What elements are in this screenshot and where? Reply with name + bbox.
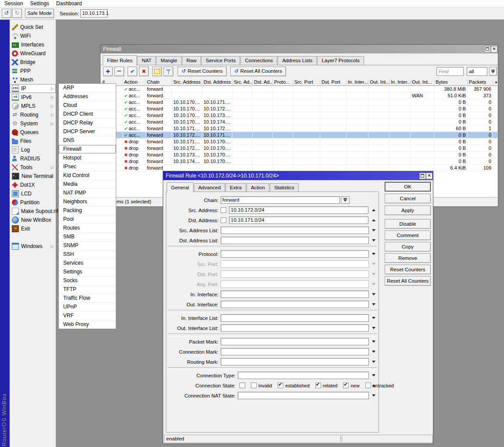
menu-dashboard[interactable]: Dashboard — [53, 0, 86, 7]
ip-menu-item-packing[interactable]: Packing — [59, 206, 116, 215]
dropdown-arrow-icon[interactable] — [372, 293, 375, 295]
sidebar-item-ip[interactable]: IP▷ — [10, 84, 56, 93]
sidebar-item-mesh[interactable]: Mesh — [10, 75, 56, 84]
sidebar-item-partition[interactable]: Partition — [10, 198, 56, 207]
ip-menu-item-firewall[interactable]: Firewall — [59, 145, 116, 154]
column-header-src-address[interactable]: Src. Address — [172, 79, 202, 86]
ip-menu-item-socks[interactable]: Socks — [59, 277, 116, 285]
filter-select[interactable]: all — [467, 67, 487, 76]
field-dropdown[interactable] — [221, 237, 369, 244]
field-dropdown[interactable] — [221, 227, 369, 234]
sidebar-item-quick-set[interactable]: Quick Set — [10, 23, 56, 32]
checkbox-established[interactable] — [278, 383, 283, 388]
dropdown-arrow-icon[interactable] — [372, 303, 375, 305]
ip-menu-item-upnp[interactable]: UPnP — [59, 303, 116, 312]
sidebar-item-new-terminal[interactable]: New Terminal — [10, 172, 56, 181]
column-header-action[interactable]: Action — [123, 79, 146, 86]
column-header-dst-port[interactable]: Dst. Port — [320, 79, 347, 86]
ip-menu-item-kid-control[interactable]: Kid Control — [59, 171, 116, 180]
ip-menu-item-nat-pmp[interactable]: NAT PMP — [59, 189, 116, 198]
dialog-tab-statistics[interactable]: Statistics — [270, 183, 299, 192]
ip-menu-item-ipsec[interactable]: IPsec — [59, 163, 116, 171]
column-header-proto[interactable]: Proto... — [273, 79, 293, 86]
maximize-icon[interactable] — [419, 173, 426, 179]
table-row[interactable]: ✔acc...forward10.10.170....10.10.173....… — [101, 112, 497, 119]
tab-connections[interactable]: Connections — [240, 56, 277, 65]
sidebar-item-radius[interactable]: RADIUS — [10, 154, 56, 163]
dropdown-arrow-icon[interactable] — [372, 394, 375, 397]
table-row[interactable]: ✖dropforward6.4 KiB109 — [101, 165, 497, 171]
ok-button[interactable]: OK — [385, 182, 431, 192]
table-row[interactable]: ✔acc...forward10.10.170....10.10.172....… — [101, 106, 497, 112]
field-input[interactable]: 10.10.171.0/24 — [229, 216, 368, 224]
session-input[interactable]: 10.10.173.1 — [80, 9, 107, 18]
field-input[interactable]: 10.10.172.0/24 — [229, 206, 368, 214]
column-header-in-inter[interactable]: In. Inter... — [347, 79, 368, 86]
ip-menu-item-dhcp-client[interactable]: DHCP Client — [59, 110, 116, 119]
column-header-chain[interactable]: Chain — [146, 79, 172, 86]
column-header-out-int[interactable]: Out. Int... — [368, 79, 390, 86]
tab-filter-rules[interactable]: Filter Rules — [103, 55, 137, 65]
reset-counters-button[interactable]: Reset Counters — [385, 265, 431, 274]
column-header-dst-ad[interactable]: Dst. Ad... — [253, 79, 273, 86]
filter-dropdown-button[interactable] — [489, 67, 497, 76]
dropdown-arrow-icon[interactable] — [372, 327, 375, 329]
sidebar-item-wireguard[interactable]: WireGuard — [10, 49, 56, 58]
disable-rule-button[interactable]: ✖ — [139, 67, 149, 76]
table-row[interactable]: ✖dropforward10.10.174....10.10.170....0 … — [101, 158, 497, 165]
sidebar-item-tools[interactable]: Tools▷ — [10, 163, 56, 172]
enable-rule-button[interactable]: ✔ — [128, 67, 137, 76]
ip-menu-item-web-proxy[interactable]: Web Proxy — [59, 320, 116, 329]
sidebar-item-dot1x[interactable]: Dot1X — [10, 181, 56, 189]
sidebar-item-ppp[interactable]: PPP — [10, 67, 56, 75]
column-header-packets[interactable]: Packets — [468, 79, 493, 86]
ip-menu-item-tftp[interactable]: TFTP — [59, 285, 116, 294]
close-icon[interactable] — [426, 173, 433, 179]
sidebar-item-interfaces[interactable]: Interfaces — [10, 40, 56, 49]
redo-button[interactable]: ↻ — [12, 9, 22, 18]
comment-button[interactable]: Comment — [385, 231, 431, 240]
column-header-out-int[interactable]: Out. Int... — [411, 79, 434, 86]
column-header-in-inter[interactable]: In. Inter... — [390, 79, 411, 86]
field-dropdown[interactable] — [221, 324, 369, 332]
table-row[interactable]: ✖dropforward10.10.172....10.10.170....0 … — [101, 145, 497, 152]
sidebar-item-lcd[interactable]: LCD — [10, 189, 56, 198]
ip-menu-item-dns[interactable]: DNS — [59, 136, 116, 145]
checkbox-related[interactable] — [315, 383, 321, 388]
tab-address-lists[interactable]: Address Lists — [278, 56, 317, 65]
reset-counters-button[interactable]: ↺Reset Counters — [178, 67, 227, 76]
copy-button[interactable]: Copy — [385, 242, 431, 252]
ip-menu-item-smb[interactable]: SMB — [59, 233, 116, 241]
undo-button[interactable]: ↺ — [2, 9, 11, 18]
dialog-tab-extra[interactable]: Extra — [225, 183, 246, 192]
sidebar-item-mpls[interactable]: MPLS▷ — [10, 102, 56, 110]
collapse-up-icon[interactable] — [372, 219, 375, 221]
ip-menu-item-snmp[interactable]: SNMP — [59, 241, 116, 250]
ip-menu-item-vrf[interactable]: VRF — [59, 312, 116, 320]
combo-history-button[interactable] — [341, 196, 350, 204]
field-dropdown[interactable] — [221, 301, 369, 308]
find-input[interactable]: Find — [436, 67, 464, 76]
sidebar-item-new-winbox[interactable]: New WinBox — [10, 216, 56, 224]
field-dropdown[interactable] — [221, 338, 369, 345]
dialog-tab-general[interactable]: General — [167, 182, 193, 192]
tab-raw[interactable]: Raw — [182, 56, 201, 65]
field-dropdown[interactable] — [238, 392, 369, 399]
table-row[interactable]: ✖dropforward10.10.173....10.10.170....0 … — [101, 152, 497, 158]
ip-menu-item-arp[interactable]: ARP — [59, 84, 116, 92]
dropdown-arrow-icon[interactable] — [372, 374, 375, 376]
sidebar-item-files[interactable]: Files — [10, 137, 56, 145]
ip-menu-item-hotspot[interactable]: Hotspot — [59, 154, 116, 163]
comment-rule-button[interactable] — [152, 67, 162, 76]
table-row[interactable]: ✔acc...forward10.10.170....10.10.171....… — [101, 99, 497, 106]
cancel-button[interactable]: Cancel — [385, 194, 431, 203]
ip-menu-item-traffic-flow[interactable]: Traffic Flow — [59, 294, 116, 303]
table-row[interactable]: ✔acc...forward10.10.172....10.10.171....… — [101, 132, 497, 138]
sidebar-item-system[interactable]: System▷ — [10, 119, 56, 128]
maximize-icon[interactable] — [484, 46, 491, 53]
checkbox-invalid[interactable] — [251, 383, 257, 388]
field-dropdown[interactable] — [221, 348, 369, 355]
ip-menu-item-settings[interactable]: Settings — [59, 268, 116, 277]
table-row[interactable]: ✔acc...forwardWAN51.0 KiB373 — [101, 92, 497, 99]
dropdown-arrow-icon[interactable] — [372, 239, 375, 241]
